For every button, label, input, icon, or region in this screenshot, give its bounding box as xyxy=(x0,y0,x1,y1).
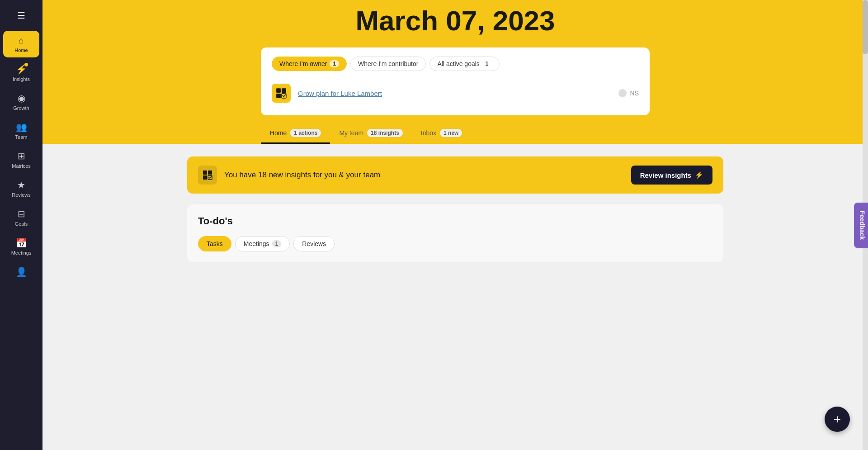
goal-item-link[interactable]: Grow plan for Luke Lambert xyxy=(298,90,611,97)
home-icon: ⌂ xyxy=(19,35,24,46)
sidebar-item-meetings[interactable]: 📅 Meetings xyxy=(3,233,39,260)
tab-all-badge: 1 xyxy=(482,60,492,67)
tab-inbox-label: Inbox xyxy=(421,129,436,137)
goal-status: NS xyxy=(618,89,639,97)
tab-home[interactable]: Home 1 actions xyxy=(261,123,330,144)
svg-rect-4 xyxy=(203,171,207,175)
sidebar-item-insights[interactable]: ⚡ Insights xyxy=(3,59,39,86)
tab-inbox[interactable]: Inbox 1 new xyxy=(412,123,472,144)
sidebar-item-label: Matrices xyxy=(12,163,31,169)
insights-icon: ⚡ xyxy=(16,64,27,75)
notification-dot xyxy=(24,63,28,66)
tab-inbox-badge: 1 new xyxy=(440,129,462,137)
insights-banner-text: You have 18 new insights for you & your … xyxy=(224,171,624,180)
sidebar-item-label: Team xyxy=(15,134,28,140)
content-area: You have 18 new insights for you & your … xyxy=(42,144,868,275)
goals-card: Where I'm owner 1 Where I'm contributor … xyxy=(261,47,650,115)
sidebar-item-reviews[interactable]: ★ Reviews xyxy=(3,175,39,202)
todo-meetings-badge: 1 xyxy=(272,240,282,247)
fab-icon: + xyxy=(834,412,841,426)
review-insights-button[interactable]: Review insights ⚡ xyxy=(631,166,712,185)
sidebar-item-team[interactable]: 👥 Team xyxy=(3,117,39,144)
goals-tabs: Where I'm owner 1 Where I'm contributor … xyxy=(272,57,639,71)
svg-rect-2 xyxy=(276,94,281,98)
review-btn-label: Review insights xyxy=(640,171,691,179)
sidebar-item-label: Growth xyxy=(13,105,29,111)
main-content: March 07, 2023 Where I'm owner 1 Where I… xyxy=(42,0,868,450)
tab-all-active-goals[interactable]: All active goals 1 xyxy=(429,57,499,71)
goal-row: Grow plan for Luke Lambert NS xyxy=(272,80,639,106)
feedback-label: Feedback xyxy=(859,210,866,240)
scrollbar-thumb[interactable] xyxy=(863,0,868,54)
todo-meetings-label: Meetings xyxy=(244,240,269,247)
sidebar-item-label: Insights xyxy=(13,76,30,82)
meetings-icon: 📅 xyxy=(16,237,27,248)
tab-home-label: Home xyxy=(270,129,287,137)
tab-myteam-label: My team xyxy=(339,129,363,137)
team-icon: 👥 xyxy=(16,122,27,133)
tab-home-badge: 1 actions xyxy=(290,129,321,137)
tab-contributor-label: Where I'm contributor xyxy=(358,60,418,67)
growth-icon: ◉ xyxy=(18,93,25,104)
goal-status-label: NS xyxy=(630,90,639,97)
svg-rect-6 xyxy=(203,175,207,180)
todo-title: To-do's xyxy=(198,215,712,227)
tab-all-label: All active goals xyxy=(437,60,479,67)
hero-section: March 07, 2023 Where I'm owner 1 Where I… xyxy=(42,0,868,144)
todo-reviews-label: Reviews xyxy=(302,240,326,247)
tab-myteam-badge: 18 insights xyxy=(367,129,403,137)
sidebar-item-people[interactable]: 👤 xyxy=(3,262,39,282)
todo-tabs: Tasks Meetings 1 Reviews xyxy=(198,236,712,251)
insights-banner: You have 18 new insights for you & your … xyxy=(187,156,723,194)
insights-banner-icon xyxy=(198,166,217,185)
matrices-icon: ⊞ xyxy=(18,151,25,161)
svg-rect-1 xyxy=(282,88,286,93)
todo-tab-tasks[interactable]: Tasks xyxy=(198,236,231,251)
sidebar-item-matrices[interactable]: ⊞ Matrices xyxy=(3,146,39,173)
sidebar-item-home[interactable]: ⌂ Home xyxy=(3,31,39,57)
reviews-icon: ★ xyxy=(17,180,25,190)
people-icon: 👤 xyxy=(16,266,27,277)
todo-tab-reviews[interactable]: Reviews xyxy=(293,236,335,251)
sidebar-item-goals[interactable]: ⊟ Goals xyxy=(3,204,39,231)
tab-where-owner[interactable]: Where I'm owner 1 xyxy=(272,57,347,71)
sidebar-item-label: Goals xyxy=(15,221,28,227)
todo-section: To-do's Tasks Meetings 1 Reviews xyxy=(187,204,723,262)
tab-owner-badge: 1 xyxy=(330,60,339,67)
feedback-button[interactable]: Feedback xyxy=(854,202,868,248)
tab-my-team[interactable]: My team 18 insights xyxy=(330,123,411,144)
lightning-icon: ⚡ xyxy=(695,171,703,179)
svg-rect-0 xyxy=(276,88,281,93)
tab-owner-label: Where I'm owner xyxy=(279,60,327,67)
todo-tasks-label: Tasks xyxy=(207,240,223,247)
sidebar-item-growth[interactable]: ◉ Growth xyxy=(3,88,39,115)
hero-date: March 07, 2023 xyxy=(355,5,555,37)
sidebar-item-label: Home xyxy=(14,47,28,53)
bottom-tabs: Home 1 actions My team 18 insights Inbox… xyxy=(261,123,650,144)
svg-rect-5 xyxy=(208,171,212,175)
status-indicator xyxy=(618,89,627,97)
tab-where-contributor[interactable]: Where I'm contributor xyxy=(350,57,426,71)
goals-icon: ⊟ xyxy=(18,208,25,219)
goal-item-icon xyxy=(272,84,291,103)
sidebar-item-label: Meetings xyxy=(11,250,32,256)
sidebar: ☰ ⌂ Home ⚡ Insights ◉ Growth 👥 Team ⊞ Ma… xyxy=(0,0,42,450)
sidebar-item-label: Reviews xyxy=(12,192,31,198)
fab-button[interactable]: + xyxy=(825,407,850,432)
hamburger-button[interactable]: ☰ xyxy=(13,5,30,25)
todo-tab-meetings[interactable]: Meetings 1 xyxy=(235,236,290,251)
